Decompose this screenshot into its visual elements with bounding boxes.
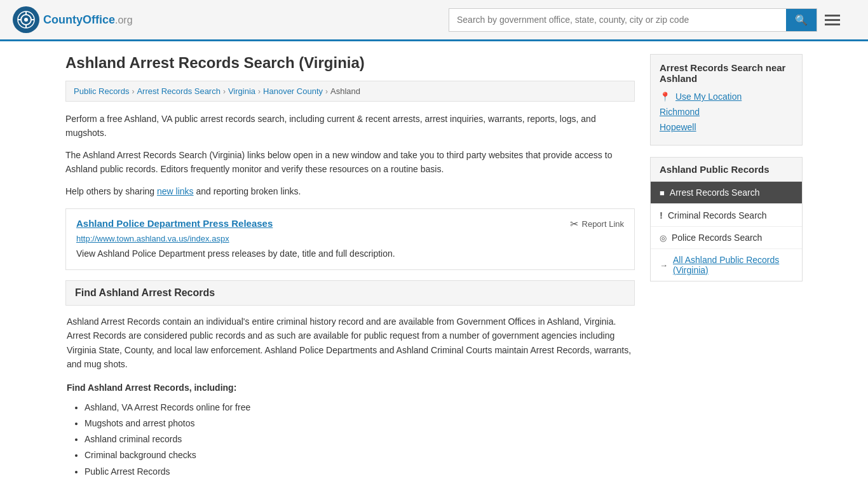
find-section-body: Ashland Arrest Records contain an indivi… <box>65 315 635 480</box>
logo-office: Office <box>83 13 115 26</box>
report-label: Report Link <box>582 219 624 229</box>
hopewell-link[interactable]: Hopewell <box>660 122 696 132</box>
new-links-link[interactable]: new links <box>157 186 194 196</box>
find-including-label: Find Ashland Arrest Records, including: <box>67 381 634 395</box>
breadcrumb: Public Records › Arrest Records Search ›… <box>65 81 635 102</box>
all-records-label: All Ashland Public Records (Virginia) <box>673 255 793 275</box>
breadcrumb-virginia[interactable]: Virginia <box>228 86 255 96</box>
hopewell-item: Hopewell <box>660 122 793 132</box>
sidebar-criminal-records-search[interactable]: ! Criminal Records Search <box>651 204 802 227</box>
record-card: Ashland Police Department Press Releases… <box>65 208 635 270</box>
find-section-header: Find Ashland Arrest Records <box>65 280 635 306</box>
record-title[interactable]: Ashland Police Department Press Releases <box>76 218 273 229</box>
sidebar-near: Arrest Records Search near Ashland 📍 Use… <box>650 54 803 146</box>
arrest-records-icon: ■ <box>660 188 665 198</box>
sidebar-near-title: Arrest Records Search near Ashland <box>660 62 793 84</box>
search-icon: 🔍 <box>795 15 808 25</box>
breadcrumb-sep-4: › <box>325 87 328 96</box>
record-url[interactable]: http://www.town.ashland.va.us/index.aspx <box>76 234 624 243</box>
sidebar-public-records: Ashland Public Records ■ Arrest Records … <box>650 157 803 281</box>
header: CountyOffice.org 🔍 <box>0 0 868 41</box>
record-card-header: Ashland Police Department Press Releases… <box>76 218 624 230</box>
list-item: Ashland criminal records <box>85 431 634 447</box>
police-records-label: Police Records Search <box>672 233 762 243</box>
location-pin-icon: 📍 <box>660 92 670 102</box>
search-button[interactable]: 🔍 <box>786 9 817 31</box>
criminal-records-icon: ! <box>660 210 663 220</box>
description-3: Help others by sharing new links and rep… <box>65 184 635 198</box>
logo-text: CountyOffice.org <box>43 13 133 27</box>
use-location-item: 📍 Use My Location <box>660 92 793 102</box>
description-2: The Ashland Arrest Records Search (Virgi… <box>65 148 635 177</box>
menu-line-1 <box>825 15 840 17</box>
search-box-wrapper: 🔍 <box>449 8 817 32</box>
menu-button[interactable] <box>822 12 843 28</box>
sidebar-public-title: Ashland Public Records <box>651 158 802 182</box>
list-item: Public Arrest Records <box>85 464 634 480</box>
report-icon: ✂ <box>570 218 578 230</box>
arrest-records-label: Arrest Records Search <box>670 187 760 198</box>
list-item: Mugshots and arrest photos <box>85 416 634 431</box>
desc3-prefix: Help others by sharing <box>65 186 157 196</box>
sidebar-arrest-records-search[interactable]: ■ Arrest Records Search <box>651 182 802 204</box>
breadcrumb-sep-2: › <box>223 87 226 96</box>
list-item: Ashland, VA Arrest Records online for fr… <box>85 400 634 416</box>
menu-line-3 <box>825 24 840 25</box>
logo-area: CountyOffice.org <box>13 6 133 33</box>
breadcrumb-ashland: Ashland <box>330 86 360 96</box>
menu-line-2 <box>825 19 840 21</box>
report-link-button[interactable]: ✂ Report Link <box>570 218 624 230</box>
breadcrumb-sep-1: › <box>132 87 134 96</box>
svg-point-2 <box>24 18 28 22</box>
main-wrapper: Ashland Arrest Records Search (Virginia)… <box>53 41 815 488</box>
breadcrumb-arrest-records-search[interactable]: Arrest Records Search <box>137 86 220 96</box>
logo-icon <box>13 6 39 33</box>
content-area: Ashland Arrest Records Search (Virginia)… <box>65 54 635 480</box>
sidebar-police-records-search[interactable]: ◎ Police Records Search <box>651 227 802 249</box>
logo-county: County <box>43 13 83 26</box>
breadcrumb-public-records[interactable]: Public Records <box>74 86 129 96</box>
desc3-suffix: and reporting broken links. <box>194 186 301 196</box>
find-list: Ashland, VA Arrest Records online for fr… <box>67 400 634 480</box>
page-title: Ashland Arrest Records Search (Virginia) <box>65 54 635 72</box>
record-description: View Ashland Police Department press rel… <box>76 247 624 261</box>
all-records-icon: → <box>660 261 668 270</box>
sidebar: Arrest Records Search near Ashland 📍 Use… <box>650 54 803 480</box>
search-area: 🔍 <box>449 8 843 32</box>
police-records-icon: ◎ <box>660 233 667 243</box>
list-item: Criminal background checks <box>85 447 634 463</box>
sidebar-all-public-records[interactable]: → All Ashland Public Records (Virginia) <box>651 249 802 281</box>
breadcrumb-hanover-county[interactable]: Hanover County <box>263 86 323 96</box>
description-1: Perform a free Ashland, VA public arrest… <box>65 112 635 140</box>
breadcrumb-sep-3: › <box>258 87 261 96</box>
richmond-item: Richmond <box>660 107 793 117</box>
criminal-records-label: Criminal Records Search <box>668 210 767 220</box>
find-para-body: Ashland Arrest Records contain an indivi… <box>67 315 634 372</box>
richmond-link[interactable]: Richmond <box>660 107 700 117</box>
search-input[interactable] <box>449 9 786 31</box>
use-my-location-link[interactable]: Use My Location <box>675 92 742 102</box>
